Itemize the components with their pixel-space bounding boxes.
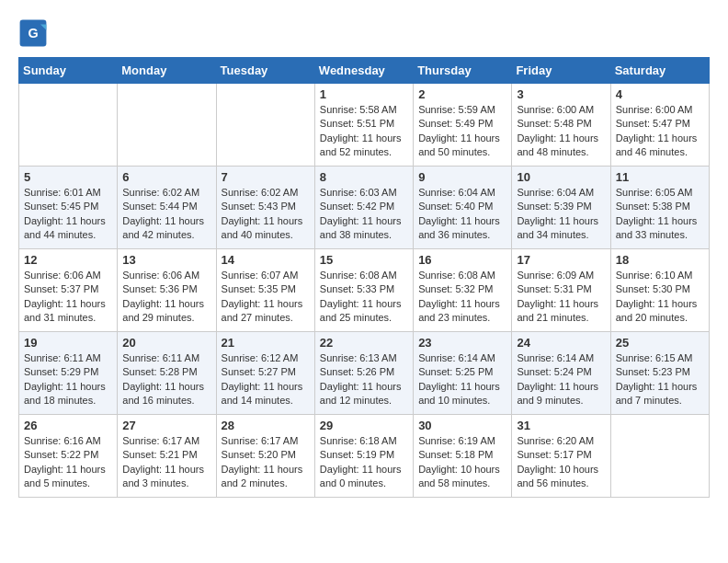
day-cell: 15Sunrise: 6:08 AM Sunset: 5:33 PM Dayli… — [314, 249, 413, 332]
day-number: 2 — [418, 87, 506, 101]
header-row: SundayMondayTuesdayWednesdayThursdayFrid… — [19, 58, 710, 84]
day-cell: 25Sunrise: 6:15 AM Sunset: 5:23 PM Dayli… — [610, 332, 709, 415]
day-number: 6 — [122, 170, 210, 184]
day-number: 4 — [616, 87, 704, 101]
day-number: 12 — [24, 253, 112, 267]
day-info: Sunrise: 6:04 AM Sunset: 5:39 PM Dayligh… — [517, 186, 605, 243]
day-info: Sunrise: 6:04 AM Sunset: 5:40 PM Dayligh… — [418, 186, 506, 243]
week-row-2: 5Sunrise: 6:01 AM Sunset: 5:45 PM Daylig… — [19, 167, 710, 249]
day-cell: 20Sunrise: 6:11 AM Sunset: 5:28 PM Dayli… — [118, 332, 216, 415]
svg-text:G: G — [28, 26, 38, 40]
day-number: 13 — [122, 253, 210, 267]
day-cell — [216, 84, 314, 167]
day-info: Sunrise: 6:12 AM Sunset: 5:27 PM Dayligh… — [222, 351, 310, 408]
day-cell: 1Sunrise: 5:58 AM Sunset: 5:51 PM Daylig… — [314, 84, 413, 167]
day-info: Sunrise: 6:17 AM Sunset: 5:20 PM Dayligh… — [222, 434, 310, 491]
day-info: Sunrise: 6:03 AM Sunset: 5:42 PM Dayligh… — [320, 186, 408, 243]
day-info: Sunrise: 6:06 AM Sunset: 5:37 PM Dayligh… — [24, 269, 112, 326]
day-cell: 21Sunrise: 6:12 AM Sunset: 5:27 PM Dayli… — [216, 332, 314, 415]
week-row-3: 12Sunrise: 6:06 AM Sunset: 5:37 PM Dayli… — [19, 249, 710, 332]
header-cell-friday: Friday — [512, 58, 610, 84]
calendar-table: SundayMondayTuesdayWednesdayThursdayFrid… — [18, 57, 710, 498]
day-number: 8 — [320, 170, 408, 184]
day-info: Sunrise: 6:14 AM Sunset: 5:25 PM Dayligh… — [418, 351, 506, 408]
day-number: 19 — [24, 336, 112, 350]
day-info: Sunrise: 6:01 AM Sunset: 5:45 PM Dayligh… — [24, 186, 112, 243]
day-info: Sunrise: 6:10 AM Sunset: 5:30 PM Dayligh… — [616, 269, 704, 326]
day-number: 10 — [517, 170, 605, 184]
day-number: 27 — [122, 419, 210, 432]
day-cell: 30Sunrise: 6:19 AM Sunset: 5:18 PM Dayli… — [414, 415, 512, 498]
logo: G — [18, 18, 51, 48]
header-cell-monday: Monday — [118, 58, 216, 84]
calendar-header: SundayMondayTuesdayWednesdayThursdayFrid… — [19, 58, 710, 84]
day-number: 14 — [222, 253, 310, 267]
day-cell: 13Sunrise: 6:06 AM Sunset: 5:36 PM Dayli… — [118, 249, 216, 332]
day-number: 20 — [122, 336, 210, 350]
day-cell: 26Sunrise: 6:16 AM Sunset: 5:22 PM Dayli… — [19, 415, 118, 498]
day-info: Sunrise: 6:00 AM Sunset: 5:47 PM Dayligh… — [616, 103, 704, 160]
day-info: Sunrise: 6:06 AM Sunset: 5:36 PM Dayligh… — [122, 269, 210, 326]
day-cell: 2Sunrise: 5:59 AM Sunset: 5:49 PM Daylig… — [414, 84, 512, 167]
header-cell-tuesday: Tuesday — [216, 58, 314, 84]
day-info: Sunrise: 6:07 AM Sunset: 5:35 PM Dayligh… — [222, 269, 310, 326]
week-row-4: 19Sunrise: 6:11 AM Sunset: 5:29 PM Dayli… — [19, 332, 710, 415]
day-cell — [19, 84, 118, 167]
day-info: Sunrise: 6:16 AM Sunset: 5:22 PM Dayligh… — [24, 434, 112, 491]
day-cell: 7Sunrise: 6:02 AM Sunset: 5:43 PM Daylig… — [216, 167, 314, 249]
day-number: 22 — [320, 336, 408, 350]
day-number: 28 — [222, 419, 310, 432]
day-number: 15 — [320, 253, 408, 267]
day-number: 31 — [517, 419, 605, 432]
day-info: Sunrise: 6:05 AM Sunset: 5:38 PM Dayligh… — [616, 186, 704, 243]
day-info: Sunrise: 6:00 AM Sunset: 5:48 PM Dayligh… — [517, 103, 605, 160]
logo-icon: G — [18, 18, 48, 48]
day-cell: 8Sunrise: 6:03 AM Sunset: 5:42 PM Daylig… — [314, 167, 413, 249]
day-info: Sunrise: 6:13 AM Sunset: 5:26 PM Dayligh… — [320, 351, 408, 408]
day-cell — [118, 84, 216, 167]
day-info: Sunrise: 6:09 AM Sunset: 5:31 PM Dayligh… — [517, 269, 605, 326]
day-cell: 18Sunrise: 6:10 AM Sunset: 5:30 PM Dayli… — [610, 249, 709, 332]
day-number: 21 — [222, 336, 310, 350]
day-cell: 12Sunrise: 6:06 AM Sunset: 5:37 PM Dayli… — [19, 249, 118, 332]
day-number: 17 — [517, 253, 605, 267]
day-number: 7 — [222, 170, 310, 184]
day-info: Sunrise: 6:20 AM Sunset: 5:17 PM Dayligh… — [517, 434, 605, 491]
day-info: Sunrise: 6:17 AM Sunset: 5:21 PM Dayligh… — [122, 434, 210, 491]
day-cell: 4Sunrise: 6:00 AM Sunset: 5:47 PM Daylig… — [610, 84, 709, 167]
day-cell: 3Sunrise: 6:00 AM Sunset: 5:48 PM Daylig… — [512, 84, 610, 167]
day-number: 29 — [320, 419, 408, 432]
day-cell: 22Sunrise: 6:13 AM Sunset: 5:26 PM Dayli… — [314, 332, 413, 415]
day-cell: 5Sunrise: 6:01 AM Sunset: 5:45 PM Daylig… — [19, 167, 118, 249]
day-number: 1 — [320, 87, 408, 101]
day-number: 24 — [517, 336, 605, 350]
day-cell: 23Sunrise: 6:14 AM Sunset: 5:25 PM Dayli… — [414, 332, 512, 415]
day-info: Sunrise: 6:18 AM Sunset: 5:19 PM Dayligh… — [320, 434, 408, 491]
day-info: Sunrise: 6:11 AM Sunset: 5:29 PM Dayligh… — [24, 351, 112, 408]
day-number: 18 — [616, 253, 704, 267]
day-cell: 17Sunrise: 6:09 AM Sunset: 5:31 PM Dayli… — [512, 249, 610, 332]
day-cell: 27Sunrise: 6:17 AM Sunset: 5:21 PM Dayli… — [118, 415, 216, 498]
day-cell: 31Sunrise: 6:20 AM Sunset: 5:17 PM Dayli… — [512, 415, 610, 498]
day-number: 16 — [418, 253, 506, 267]
week-row-1: 1Sunrise: 5:58 AM Sunset: 5:51 PM Daylig… — [19, 84, 710, 167]
day-cell: 24Sunrise: 6:14 AM Sunset: 5:24 PM Dayli… — [512, 332, 610, 415]
day-number: 26 — [24, 419, 112, 432]
calendar-body: 1Sunrise: 5:58 AM Sunset: 5:51 PM Daylig… — [19, 84, 710, 498]
day-number: 5 — [24, 170, 112, 184]
day-number: 30 — [418, 419, 506, 432]
day-number: 3 — [517, 87, 605, 101]
header-cell-saturday: Saturday — [610, 58, 709, 84]
day-info: Sunrise: 6:19 AM Sunset: 5:18 PM Dayligh… — [418, 434, 506, 491]
day-info: Sunrise: 6:08 AM Sunset: 5:33 PM Dayligh… — [320, 269, 408, 326]
day-number: 25 — [616, 336, 704, 350]
week-row-5: 26Sunrise: 6:16 AM Sunset: 5:22 PM Dayli… — [19, 415, 710, 498]
day-info: Sunrise: 6:11 AM Sunset: 5:28 PM Dayligh… — [122, 351, 210, 408]
day-cell: 14Sunrise: 6:07 AM Sunset: 5:35 PM Dayli… — [216, 249, 314, 332]
day-info: Sunrise: 6:02 AM Sunset: 5:43 PM Dayligh… — [222, 186, 310, 243]
day-info: Sunrise: 6:14 AM Sunset: 5:24 PM Dayligh… — [517, 351, 605, 408]
day-info: Sunrise: 6:15 AM Sunset: 5:23 PM Dayligh… — [616, 351, 704, 408]
day-info: Sunrise: 6:08 AM Sunset: 5:32 PM Dayligh… — [418, 269, 506, 326]
day-info: Sunrise: 6:02 AM Sunset: 5:44 PM Dayligh… — [122, 186, 210, 243]
header-cell-wednesday: Wednesday — [314, 58, 413, 84]
